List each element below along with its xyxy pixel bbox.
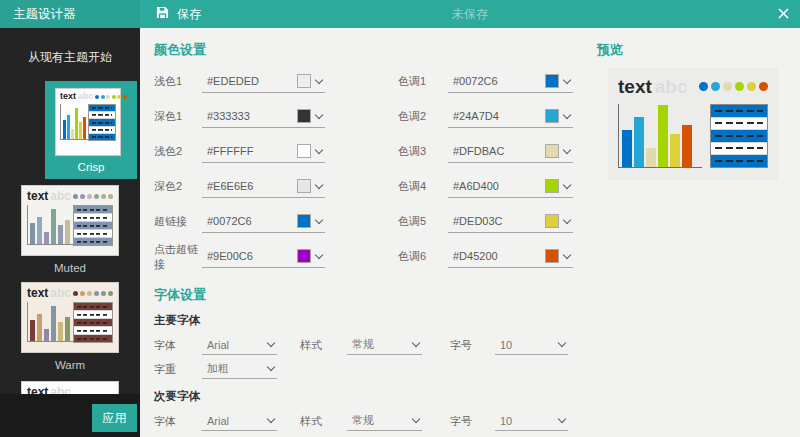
color-input-dark2[interactable]: #E6E6E6 [202,175,325,198]
color-input-tone1[interactable]: #0072C6 [448,70,573,93]
color-input-tone4[interactable]: #A6D400 [448,175,573,198]
color-input-tone6[interactable]: #D45200 [448,245,573,268]
chevron-down-icon [267,339,275,347]
font-row: 字重 加粗 [154,358,800,380]
sample-text-bold: text [27,287,48,299]
palette-dot [759,82,768,91]
palette-dot [94,291,99,296]
color-swatch[interactable] [297,179,311,193]
secondary-font-family-select[interactable]: Arial [202,411,277,431]
color-label: 色调4 [398,179,448,194]
chevron-down-icon[interactable] [315,145,323,153]
apply-bar: 应用 [0,394,140,437]
chevron-down-icon[interactable] [315,75,323,83]
theme-item-crisp[interactable]: text abc [45,81,137,179]
chevron-down-icon[interactable] [563,145,571,153]
title-bar: 主题设计器 保存 未保存 [0,0,800,28]
font-row: 字体 Arial 样式 常规 字号 10 [154,410,800,432]
color-input-hyperlink[interactable]: #0072C6 [202,210,325,233]
sample-text-bold: text [27,190,48,202]
chevron-down-icon[interactable] [315,215,323,223]
secondary-font-heading: 次要字体 [154,389,800,404]
color-swatch[interactable] [545,249,559,263]
theme-name-muted: Muted [21,262,119,274]
color-swatch[interactable] [297,74,311,88]
save-status-text: 未保存 [140,0,800,28]
theme-item-muted[interactable]: text abc [21,185,119,274]
chevron-down-icon [267,415,275,423]
mini-bar-chart [27,302,73,342]
chevron-down-icon[interactable] [315,180,323,188]
app-title-label: 主题设计器 [13,6,76,23]
palette-dot [112,95,116,99]
secondary-font-style-select[interactable]: 常规 [347,411,422,431]
color-input-tone2[interactable]: #24A7D4 [448,105,573,128]
color-label: 色调3 [398,144,448,159]
palette-dot [101,291,106,296]
theme-item-partial[interactable]: text abc [21,381,119,394]
palette-dot [80,194,85,199]
size-label: 字号 [450,338,495,353]
color-swatch[interactable] [545,74,559,88]
color-swatch[interactable] [297,214,311,228]
close-icon [778,5,789,23]
sample-text-light: abc [655,77,688,96]
color-swatch[interactable] [545,214,559,228]
palette-dot [711,82,720,91]
primary-font-size-select[interactable]: 10 [495,335,568,355]
primary-font-family-select[interactable]: Arial [202,335,277,355]
color-swatch[interactable] [297,144,311,158]
chevron-down-icon[interactable] [563,75,571,83]
palette-dot [101,194,106,199]
chevron-down-icon[interactable] [315,250,323,258]
preview-table [710,104,768,168]
color-input-dark1[interactable]: #333333 [202,105,325,128]
primary-font-weight-select[interactable]: 加粗 [202,359,277,379]
palette-dots [71,291,113,296]
color-swatch[interactable] [297,109,311,123]
palette-dot [73,291,78,296]
color-input-tone3[interactable]: #DFDBAC [448,140,573,163]
close-button[interactable] [778,0,789,28]
palette-dot [95,95,99,99]
sample-text-bold: text [618,77,652,96]
color-row: 超链接 #0072C6 色调5 #DED03C [154,209,800,234]
mini-table [73,302,113,343]
theme-thumbnail-warm: text abc [21,282,119,353]
color-input-light2[interactable]: #FFFFFF [202,140,325,163]
palette-dots [94,95,127,99]
chevron-down-icon[interactable] [563,250,571,258]
primary-font-heading: 主要字体 [154,313,800,328]
color-swatch[interactable] [297,249,311,263]
sample-text-light: abc [50,190,71,202]
app-title: 主题设计器 [0,0,140,28]
color-label: 色调5 [398,214,448,229]
primary-font-style-select[interactable]: 常规 [347,335,422,355]
palette-dots [71,194,113,199]
mini-bar-chart [60,104,88,140]
weight-label: 字重 [154,362,202,377]
chevron-down-icon[interactable] [315,110,323,118]
palette-dot [123,95,127,99]
color-input-visited-hyperlink[interactable]: #9E00C6 [202,245,325,268]
chevron-down-icon [412,339,420,347]
chevron-down-icon [412,415,420,423]
chevron-down-icon [558,415,566,423]
chevron-down-icon[interactable] [563,110,571,118]
preview-bar-chart [618,104,702,168]
palette-dot [723,82,732,91]
theme-item-warm[interactable]: text abc [21,282,119,371]
palette-dot [101,95,105,99]
color-swatch[interactable] [545,179,559,193]
chevron-down-icon[interactable] [563,215,571,223]
color-swatch[interactable] [545,109,559,123]
color-input-tone5[interactable]: #DED03C [448,210,573,233]
mini-table [73,205,113,246]
chevron-down-icon[interactable] [563,180,571,188]
theme-preview-image: text abc [608,68,778,180]
apply-button[interactable]: 应用 [92,404,137,432]
preview-panel: 预览 text abc [597,41,792,180]
secondary-font-size-select[interactable]: 10 [495,411,568,431]
color-input-light1[interactable]: #EDEDED [202,70,325,93]
color-swatch[interactable] [545,144,559,158]
